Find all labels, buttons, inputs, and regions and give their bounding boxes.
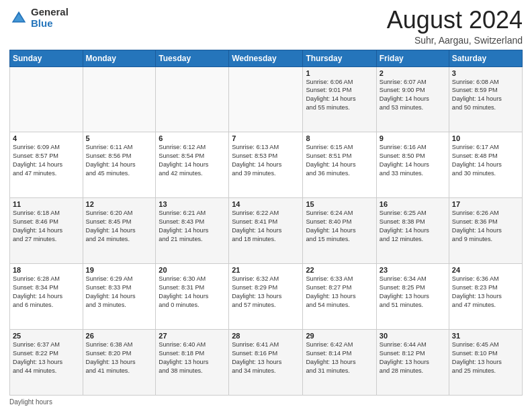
day-number: 2 — [380, 69, 446, 77]
day-number: 20 — [159, 266, 226, 274]
day-info: Sunrise: 6:29 AM Sunset: 8:33 PM Dayligh… — [86, 275, 153, 310]
day-cell — [229, 66, 303, 132]
day-info: Sunrise: 6:12 AM Sunset: 8:54 PM Dayligh… — [159, 143, 226, 178]
day-cell: 22Sunrise: 6:33 AM Sunset: 8:27 PM Dayli… — [303, 264, 376, 330]
day-cell: 18Sunrise: 6:28 AM Sunset: 8:34 PM Dayli… — [10, 264, 83, 330]
week-row-4: 25Sunrise: 6:37 AM Sunset: 8:22 PM Dayli… — [10, 330, 523, 396]
day-info: Sunrise: 6:26 AM Sunset: 8:36 PM Dayligh… — [452, 209, 519, 244]
day-info: Sunrise: 6:16 AM Sunset: 8:50 PM Dayligh… — [380, 143, 446, 178]
day-cell: 17Sunrise: 6:26 AM Sunset: 8:36 PM Dayli… — [449, 198, 522, 264]
logo-text: General Blue — [31, 7, 69, 29]
day-info: Sunrise: 6:06 AM Sunset: 9:01 PM Dayligh… — [306, 78, 373, 113]
day-cell: 19Sunrise: 6:29 AM Sunset: 8:33 PM Dayli… — [83, 264, 156, 330]
header-saturday: Saturday — [449, 50, 522, 66]
day-info: Sunrise: 6:38 AM Sunset: 8:20 PM Dayligh… — [86, 340, 153, 375]
day-info: Sunrise: 6:41 AM Sunset: 8:16 PM Dayligh… — [232, 340, 300, 375]
day-cell: 24Sunrise: 6:36 AM Sunset: 8:23 PM Dayli… — [449, 264, 522, 330]
day-number: 17 — [452, 200, 519, 208]
day-info: Sunrise: 6:28 AM Sunset: 8:34 PM Dayligh… — [13, 275, 80, 310]
day-info: Sunrise: 6:40 AM Sunset: 8:18 PM Dayligh… — [159, 340, 226, 375]
day-cell: 15Sunrise: 6:24 AM Sunset: 8:40 PM Dayli… — [303, 198, 376, 264]
header-monday: Monday — [83, 50, 156, 66]
day-number: 4 — [13, 134, 80, 142]
top-section: General Blue August 2024 Suhr, Aargau, S… — [9, 7, 523, 46]
header-sunday: Sunday — [10, 50, 83, 66]
day-info: Sunrise: 6:20 AM Sunset: 8:45 PM Dayligh… — [86, 209, 153, 244]
day-cell: 10Sunrise: 6:17 AM Sunset: 8:48 PM Dayli… — [449, 132, 522, 198]
day-number: 5 — [86, 134, 153, 142]
day-cell — [83, 66, 156, 132]
day-cell: 4Sunrise: 6:09 AM Sunset: 8:57 PM Daylig… — [10, 132, 83, 198]
day-cell: 9Sunrise: 6:16 AM Sunset: 8:50 PM Daylig… — [376, 132, 449, 198]
day-cell: 13Sunrise: 6:21 AM Sunset: 8:43 PM Dayli… — [156, 198, 229, 264]
footer-note: Daylight hours — [9, 398, 523, 406]
day-info: Sunrise: 6:13 AM Sunset: 8:53 PM Dayligh… — [232, 143, 300, 178]
day-number: 24 — [452, 266, 519, 274]
day-cell: 30Sunrise: 6:44 AM Sunset: 8:12 PM Dayli… — [376, 330, 449, 396]
day-info: Sunrise: 6:11 AM Sunset: 8:56 PM Dayligh… — [86, 143, 153, 178]
day-cell: 6Sunrise: 6:12 AM Sunset: 8:54 PM Daylig… — [156, 132, 229, 198]
day-number: 28 — [232, 332, 300, 340]
header-tuesday: Tuesday — [156, 50, 229, 66]
day-cell — [10, 66, 83, 132]
day-cell: 29Sunrise: 6:42 AM Sunset: 8:14 PM Dayli… — [303, 330, 376, 396]
day-number: 21 — [232, 266, 300, 274]
day-cell: 23Sunrise: 6:34 AM Sunset: 8:25 PM Dayli… — [376, 264, 449, 330]
day-number: 9 — [380, 134, 446, 142]
day-info: Sunrise: 6:32 AM Sunset: 8:29 PM Dayligh… — [232, 275, 300, 310]
day-number: 26 — [86, 332, 153, 340]
day-cell: 14Sunrise: 6:22 AM Sunset: 8:41 PM Dayli… — [229, 198, 303, 264]
day-info: Sunrise: 6:33 AM Sunset: 8:27 PM Dayligh… — [306, 275, 373, 310]
day-number: 27 — [159, 332, 226, 340]
day-info: Sunrise: 6:30 AM Sunset: 8:31 PM Dayligh… — [159, 275, 226, 310]
page: General Blue August 2024 Suhr, Aargau, S… — [0, 0, 532, 411]
day-cell: 28Sunrise: 6:41 AM Sunset: 8:16 PM Dayli… — [229, 330, 303, 396]
week-row-0: 1Sunrise: 6:06 AM Sunset: 9:01 PM Daylig… — [10, 66, 523, 132]
day-info: Sunrise: 6:25 AM Sunset: 8:38 PM Dayligh… — [380, 209, 446, 244]
day-info: Sunrise: 6:37 AM Sunset: 8:22 PM Dayligh… — [13, 340, 80, 375]
day-number: 19 — [86, 266, 153, 274]
location: Suhr, Aargau, Switzerland — [387, 35, 523, 46]
header-friday: Friday — [376, 50, 449, 66]
day-cell: 11Sunrise: 6:18 AM Sunset: 8:46 PM Dayli… — [10, 198, 83, 264]
day-cell: 7Sunrise: 6:13 AM Sunset: 8:53 PM Daylig… — [229, 132, 303, 198]
day-cell: 1Sunrise: 6:06 AM Sunset: 9:01 PM Daylig… — [303, 66, 376, 132]
week-row-1: 4Sunrise: 6:09 AM Sunset: 8:57 PM Daylig… — [10, 132, 523, 198]
day-number: 14 — [232, 200, 300, 208]
day-cell: 16Sunrise: 6:25 AM Sunset: 8:38 PM Dayli… — [376, 198, 449, 264]
title-section: August 2024 Suhr, Aargau, Switzerland — [387, 7, 523, 46]
day-number: 29 — [306, 332, 373, 340]
day-cell — [156, 66, 229, 132]
day-number: 3 — [452, 69, 519, 77]
day-number: 18 — [13, 266, 80, 274]
day-info: Sunrise: 6:09 AM Sunset: 8:57 PM Dayligh… — [13, 143, 80, 178]
day-info: Sunrise: 6:24 AM Sunset: 8:40 PM Dayligh… — [306, 209, 373, 244]
day-number: 22 — [306, 266, 373, 274]
logo-blue-text: Blue — [31, 18, 69, 30]
day-info: Sunrise: 6:17 AM Sunset: 8:48 PM Dayligh… — [452, 143, 519, 178]
day-number: 31 — [452, 332, 519, 340]
day-number: 16 — [380, 200, 446, 208]
day-number: 30 — [380, 332, 446, 340]
day-cell: 21Sunrise: 6:32 AM Sunset: 8:29 PM Dayli… — [229, 264, 303, 330]
day-cell: 27Sunrise: 6:40 AM Sunset: 8:18 PM Dayli… — [156, 330, 229, 396]
day-number: 7 — [232, 134, 300, 142]
day-info: Sunrise: 6:44 AM Sunset: 8:12 PM Dayligh… — [380, 340, 446, 375]
day-number: 13 — [159, 200, 226, 208]
day-info: Sunrise: 6:36 AM Sunset: 8:23 PM Dayligh… — [452, 275, 519, 310]
day-info: Sunrise: 6:21 AM Sunset: 8:43 PM Dayligh… — [159, 209, 226, 244]
day-cell: 26Sunrise: 6:38 AM Sunset: 8:20 PM Dayli… — [83, 330, 156, 396]
header-thursday: Thursday — [303, 50, 376, 66]
month-title: August 2024 — [387, 7, 523, 34]
calendar-header-row: SundayMondayTuesdayWednesdayThursdayFrid… — [10, 50, 523, 66]
logo-general-text: General — [31, 7, 69, 18]
day-cell: 12Sunrise: 6:20 AM Sunset: 8:45 PM Dayli… — [83, 198, 156, 264]
week-row-2: 11Sunrise: 6:18 AM Sunset: 8:46 PM Dayli… — [10, 198, 523, 264]
day-info: Sunrise: 6:34 AM Sunset: 8:25 PM Dayligh… — [380, 275, 446, 310]
day-info: Sunrise: 6:22 AM Sunset: 8:41 PM Dayligh… — [232, 209, 300, 244]
day-number: 15 — [306, 200, 373, 208]
day-cell: 5Sunrise: 6:11 AM Sunset: 8:56 PM Daylig… — [83, 132, 156, 198]
day-info: Sunrise: 6:07 AM Sunset: 9:00 PM Dayligh… — [380, 78, 446, 113]
day-number: 10 — [452, 134, 519, 142]
day-number: 6 — [159, 134, 226, 142]
